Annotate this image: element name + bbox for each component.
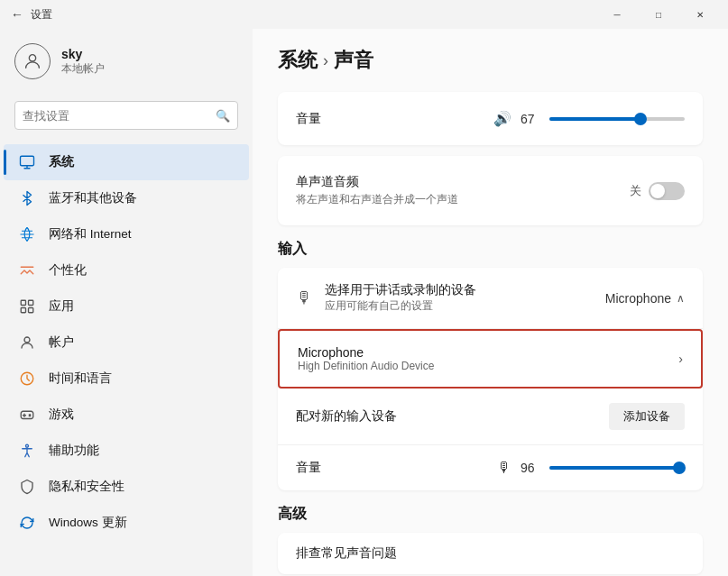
- select-device-value: Microphone: [605, 291, 671, 306]
- volume-row: 音量 🔊 67: [296, 106, 685, 131]
- maximize-button[interactable]: □: [638, 0, 679, 29]
- breadcrumb1: 系统: [278, 47, 318, 74]
- sidebar-item-bluetooth[interactable]: 蓝牙和其他设备: [4, 180, 249, 216]
- sidebar-item-apps[interactable]: 应用: [4, 288, 249, 325]
- svg-rect-5: [29, 308, 33, 313]
- breadcrumb-sep: ›: [323, 51, 328, 70]
- input-section-title: 输入: [278, 240, 703, 259]
- arrow-right-icon: ›: [678, 352, 683, 366]
- chevron-up-icon: ∧: [677, 292, 685, 305]
- app-body: sky 本地帐户 🔍 系统蓝牙和其他设备网络和 Internet个性化应用帐户时…: [0, 29, 728, 576]
- volume-slider[interactable]: [549, 117, 685, 121]
- network-icon: [18, 225, 36, 243]
- user-name: sky: [61, 47, 105, 61]
- select-device-sub: 应用可能有自己的设置: [325, 298, 476, 314]
- accounts-icon: [18, 334, 36, 352]
- sidebar-item-label-privacy: 隐私和安全性: [49, 479, 124, 495]
- toggle-knob: [650, 184, 665, 198]
- privacy-icon: [18, 478, 36, 496]
- volume-mic-thumb[interactable]: [673, 462, 686, 474]
- bluetooth-icon: [18, 189, 36, 207]
- svg-point-6: [24, 337, 30, 343]
- mono-card: 单声道音频 将左声道和右声道合并成一个声道 关: [278, 156, 703, 225]
- add-device-label: 配对新的输入设备: [296, 408, 397, 425]
- search-wrap[interactable]: 🔍: [14, 101, 238, 130]
- sidebar-item-label-accounts: 帐户: [49, 334, 74, 351]
- mono-info: 单声道音频 将左声道和右声道合并成一个声道: [296, 174, 458, 207]
- volume-mic-slider[interactable]: [549, 466, 685, 470]
- sidebar-item-label-gaming: 游戏: [49, 407, 74, 423]
- time-icon: [18, 370, 36, 388]
- volume-thumb[interactable]: [634, 113, 647, 125]
- add-device-row: 配对新的输入设备 添加设备: [278, 389, 703, 444]
- sidebar-item-network[interactable]: 网络和 Internet: [4, 216, 249, 252]
- sidebar-item-update[interactable]: Windows 更新: [4, 505, 249, 541]
- add-device-button[interactable]: 添加设备: [609, 403, 685, 430]
- sidebar-item-accounts[interactable]: 帐户: [4, 325, 249, 361]
- mono-label: 单声道音频: [296, 174, 458, 190]
- advanced-title: 高级: [278, 505, 703, 524]
- mono-toggle-wrap: 关: [630, 182, 685, 200]
- select-device-title: 选择用于讲话或录制的设备: [325, 282, 476, 298]
- select-device-header: 🎙 选择用于讲话或录制的设备 应用可能有自己的设置 Microphone ∧: [278, 268, 703, 329]
- advanced-sub: 排查常见声音问题: [296, 545, 685, 562]
- select-device-info: 选择用于讲话或录制的设备 应用可能有自己的设置: [325, 282, 476, 314]
- volume-label: 音量: [296, 111, 321, 127]
- mic-vol-icon: 🎙: [497, 460, 511, 476]
- main-content: 系统 › 声音 音量 🔊 67: [253, 29, 728, 576]
- input-header-left: 🎙 选择用于讲话或录制的设备 应用可能有自己的设置: [296, 282, 476, 314]
- svg-rect-4: [21, 308, 25, 313]
- user-subtitle: 本地帐户: [61, 61, 105, 77]
- sidebar-item-label-bluetooth: 蓝牙和其他设备: [49, 190, 137, 206]
- select-device-right[interactable]: Microphone ∧: [605, 291, 685, 306]
- svg-rect-3: [29, 300, 33, 305]
- sidebar-item-personal[interactable]: 个性化: [4, 252, 249, 288]
- sidebar-item-label-accessibility: 辅助功能: [49, 443, 99, 459]
- search-input[interactable]: [23, 109, 216, 123]
- system-icon: [18, 153, 36, 171]
- volume-mic-control: 🎙 96: [497, 460, 685, 476]
- sidebar-item-system[interactable]: 系统: [4, 144, 249, 180]
- sidebar-item-label-personal: 个性化: [49, 262, 87, 279]
- sidebar-item-label-time: 时间和语言: [49, 370, 112, 387]
- personal-icon: [18, 261, 36, 279]
- device-name: Microphone: [298, 345, 434, 360]
- titlebar-controls: ─ □ ✕: [596, 0, 721, 29]
- volume-mic-row: 音量 🎙 96: [278, 445, 703, 490]
- search-container: 🔍: [0, 94, 253, 144]
- sidebar-item-gaming[interactable]: 游戏: [4, 397, 249, 433]
- titlebar-title: 设置: [31, 7, 52, 23]
- sidebar-item-label-network: 网络和 Internet: [49, 226, 132, 242]
- sidebar-item-privacy[interactable]: 隐私和安全性: [4, 469, 249, 505]
- close-button[interactable]: ✕: [679, 0, 721, 29]
- svg-rect-2: [21, 300, 25, 305]
- microphone-device-row[interactable]: Microphone High Definition Audio Device …: [278, 329, 703, 389]
- svg-point-9: [26, 444, 29, 447]
- volume-number: 67: [521, 112, 540, 126]
- content-inner: 系统 › 声音 音量 🔊 67: [253, 29, 728, 576]
- sidebar-item-time[interactable]: 时间和语言: [4, 361, 249, 397]
- input-card: 🎙 选择用于讲话或录制的设备 应用可能有自己的设置 Microphone ∧: [278, 268, 703, 490]
- volume-mic-number: 96: [521, 461, 540, 475]
- mono-row: 单声道音频 将左声道和右声道合并成一个声道 关: [296, 170, 685, 211]
- device-sub: High Definition Audio Device: [298, 360, 434, 372]
- sidebar: sky 本地帐户 🔍 系统蓝牙和其他设备网络和 Internet个性化应用帐户时…: [0, 29, 253, 576]
- sidebar-item-accessibility[interactable]: 辅助功能: [4, 433, 249, 469]
- sidebar-item-label-update: Windows 更新: [49, 515, 127, 531]
- update-icon: [18, 514, 36, 532]
- nav-list: 系统蓝牙和其他设备网络和 Internet个性化应用帐户时间和语言游戏辅助功能隐…: [0, 144, 253, 541]
- sidebar-item-label-system: 系统: [49, 154, 74, 170]
- user-info: sky 本地帐户: [61, 47, 105, 77]
- gaming-icon: [18, 406, 36, 424]
- volume-mic-fill: [549, 466, 679, 470]
- sidebar-item-label-apps: 应用: [49, 298, 74, 315]
- advanced-card[interactable]: 排查常见声音问题: [278, 533, 703, 574]
- user-profile[interactable]: sky 本地帐户: [0, 29, 253, 94]
- volume-icon: 🔊: [493, 110, 511, 127]
- minimize-button[interactable]: ─: [596, 0, 638, 29]
- search-icon[interactable]: 🔍: [216, 109, 230, 123]
- accessibility-icon: [18, 442, 36, 460]
- back-button[interactable]: ←: [11, 7, 23, 22]
- mono-sub: 将左声道和右声道合并成一个声道: [296, 192, 458, 207]
- mono-toggle[interactable]: [649, 182, 685, 200]
